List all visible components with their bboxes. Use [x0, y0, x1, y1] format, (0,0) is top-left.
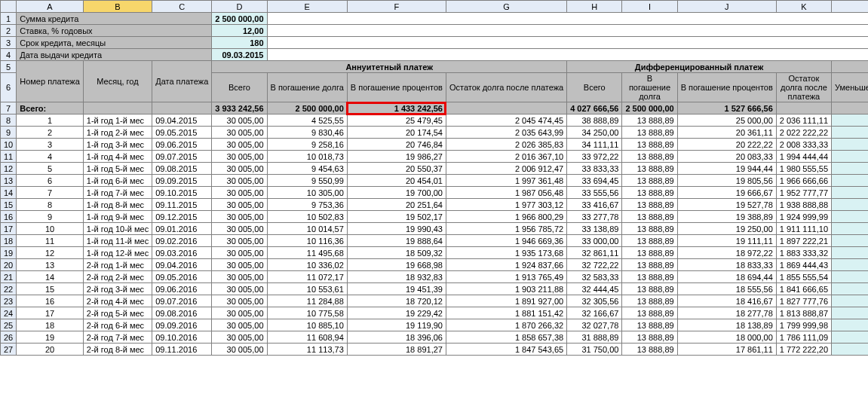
rate-value[interactable]: 12,00	[212, 25, 267, 37]
ann-balance-cell[interactable]: 1 870 266,32	[446, 319, 566, 331]
ann-interest-cell[interactable]: 19 990,43	[347, 223, 446, 235]
payment-num[interactable]: 7	[17, 187, 84, 199]
payment-num[interactable]: 16	[17, 295, 84, 307]
payment-num[interactable]: 20	[17, 344, 84, 356]
row-16[interactable]: 16	[1, 211, 17, 223]
payment-date[interactable]: 09.04.2015	[152, 115, 212, 127]
early-pay-cell[interactable]	[832, 331, 869, 344]
diff-principal-cell[interactable]: 13 888,89	[622, 223, 677, 235]
ann-principal-cell[interactable]: 11 284,88	[267, 295, 347, 307]
ann-total-cell[interactable]: 30 005,00	[212, 295, 267, 307]
diff-interest-cell[interactable]: 19 527,78	[677, 199, 776, 211]
diff-balance-cell[interactable]: 2 008 333,33	[776, 139, 831, 151]
payment-date[interactable]: 09.10.2015	[152, 187, 212, 199]
diff-principal-cell[interactable]: 13 888,89	[622, 307, 677, 319]
diff-total-cell[interactable]: 31 888,89	[567, 331, 622, 344]
ann-principal-cell[interactable]: 10 553,61	[267, 283, 347, 295]
ann-balance-cell[interactable]: 2 026 385,83	[446, 139, 566, 151]
diff-principal-cell[interactable]: 13 888,89	[622, 247, 677, 259]
early-pay-cell[interactable]	[832, 271, 869, 283]
ann-balance-cell[interactable]: 1 913 765,49	[446, 271, 566, 283]
ann-interest-cell[interactable]: 20 174,54	[347, 127, 446, 139]
ann-balance-cell[interactable]: 2 035 643,99	[446, 127, 566, 139]
early-pay-cell[interactable]	[832, 139, 869, 151]
ann-total-cell[interactable]: 30 005,00	[212, 247, 267, 259]
payment-date[interactable]: 09.02.2016	[152, 235, 212, 247]
term-label[interactable]: Срок кредита, месяцы	[17, 37, 212, 49]
diff-interest-cell[interactable]: 17 861,11	[677, 344, 776, 356]
payment-num[interactable]: 12	[17, 247, 84, 259]
payment-month[interactable]: 1-й год 3-й мес	[83, 139, 152, 151]
diff-interest-cell[interactable]: 19 666,67	[677, 187, 776, 199]
row-21[interactable]: 21	[1, 271, 17, 283]
payment-date[interactable]: 09.04.2016	[152, 259, 212, 271]
early-pay-cell[interactable]	[832, 199, 869, 211]
row-9[interactable]: 9	[1, 127, 17, 139]
payment-num[interactable]: 14	[17, 271, 84, 283]
diff-balance-cell[interactable]: 1 813 888,87	[776, 307, 831, 319]
diff-balance-cell[interactable]: 1 911 111,10	[776, 223, 831, 235]
diff-principal-cell[interactable]: 13 888,89	[622, 331, 677, 344]
ann-total-cell[interactable]: 30 005,00	[212, 139, 267, 151]
col-B[interactable]: B	[83, 1, 152, 13]
early-pay-cell[interactable]	[832, 223, 869, 235]
payment-num[interactable]: 13	[17, 259, 84, 271]
row-20[interactable]: 20	[1, 259, 17, 271]
col-J[interactable]: J	[677, 1, 776, 13]
payment-month[interactable]: 1-й год 12-й мес	[83, 247, 152, 259]
col-D[interactable]: D	[212, 1, 267, 13]
ann-total-cell[interactable]: 30 005,00	[212, 319, 267, 331]
payment-date[interactable]: 09.07.2016	[152, 295, 212, 307]
early-pay-cell[interactable]	[832, 175, 869, 187]
payment-num[interactable]: 2	[17, 127, 84, 139]
payment-date[interactable]: 09.10.2016	[152, 331, 212, 344]
diff-interest-cell[interactable]: 19 111,11	[677, 235, 776, 247]
payment-month[interactable]: 2-й год 3-й мес	[83, 283, 152, 295]
diff-balance-cell[interactable]: 2 036 111,11	[776, 115, 831, 127]
ann-balance-cell[interactable]: 1 847 543,65	[446, 344, 566, 356]
diff-total-cell[interactable]: 33 833,33	[567, 163, 622, 175]
diff-balance-cell[interactable]: 1 772 222,20	[776, 344, 831, 356]
payment-num[interactable]: 3	[17, 139, 84, 151]
diff-interest-cell[interactable]: 19 944,44	[677, 163, 776, 175]
diff-total-cell[interactable]: 33 277,78	[567, 211, 622, 223]
payment-month[interactable]: 1-й год 7-й мес	[83, 187, 152, 199]
ann-balance-cell[interactable]: 1 881 151,42	[446, 307, 566, 319]
diff-balance-cell[interactable]: 1 980 555,55	[776, 163, 831, 175]
early-pay-cell[interactable]	[832, 247, 869, 259]
ann-principal-cell[interactable]: 11 608,94	[267, 331, 347, 344]
diff-interest-cell[interactable]: 18 694,44	[677, 271, 776, 283]
payment-month[interactable]: 2-й год 7-й мес	[83, 331, 152, 344]
row-26[interactable]: 26	[1, 331, 17, 344]
spreadsheet-grid[interactable]: A B C D E F G H I J K L M 1 Сумма кредит…	[0, 0, 868, 356]
ann-total-cell[interactable]: 30 005,00	[212, 127, 267, 139]
payment-month[interactable]: 2-й год 4-й мес	[83, 295, 152, 307]
term-value[interactable]: 180	[212, 37, 267, 49]
diff-total-cell[interactable]: 32 583,33	[567, 271, 622, 283]
payment-num[interactable]: 5	[17, 163, 84, 175]
payment-month[interactable]: 2-й год 5-й мес	[83, 307, 152, 319]
diff-balance-cell[interactable]: 1 786 111,09	[776, 331, 831, 344]
diff-total-cell[interactable]: 32 027,78	[567, 319, 622, 331]
diff-interest-cell[interactable]: 25 000,00	[677, 115, 776, 127]
early-pay-cell[interactable]	[832, 211, 869, 223]
ann-principal-cell[interactable]: 10 885,10	[267, 319, 347, 331]
ann-interest-cell[interactable]: 18 720,12	[347, 295, 446, 307]
row-14[interactable]: 14	[1, 187, 17, 199]
diff-balance-cell[interactable]: 1 952 777,77	[776, 187, 831, 199]
ann-balance-cell[interactable]: 1 997 361,48	[446, 175, 566, 187]
ann-total-cell[interactable]: 30 005,00	[212, 344, 267, 356]
ann-total-cell[interactable]: 30 005,00	[212, 223, 267, 235]
diff-total-cell[interactable]: 33 694,45	[567, 175, 622, 187]
row-1[interactable]: 1	[1, 13, 17, 25]
col-E[interactable]: E	[267, 1, 347, 13]
col-K[interactable]: K	[776, 1, 831, 13]
ann-principal-cell[interactable]: 9 753,36	[267, 199, 347, 211]
payment-date[interactable]: 09.07.2015	[152, 151, 212, 163]
row-8[interactable]: 8	[1, 115, 17, 127]
diff-principal-cell[interactable]: 13 888,89	[622, 319, 677, 331]
ann-principal-cell[interactable]: 9 258,16	[267, 139, 347, 151]
payment-date[interactable]: 09.11.2015	[152, 199, 212, 211]
ann-balance-cell[interactable]: 2 016 367,10	[446, 151, 566, 163]
diff-total-cell[interactable]: 32 166,67	[567, 307, 622, 319]
